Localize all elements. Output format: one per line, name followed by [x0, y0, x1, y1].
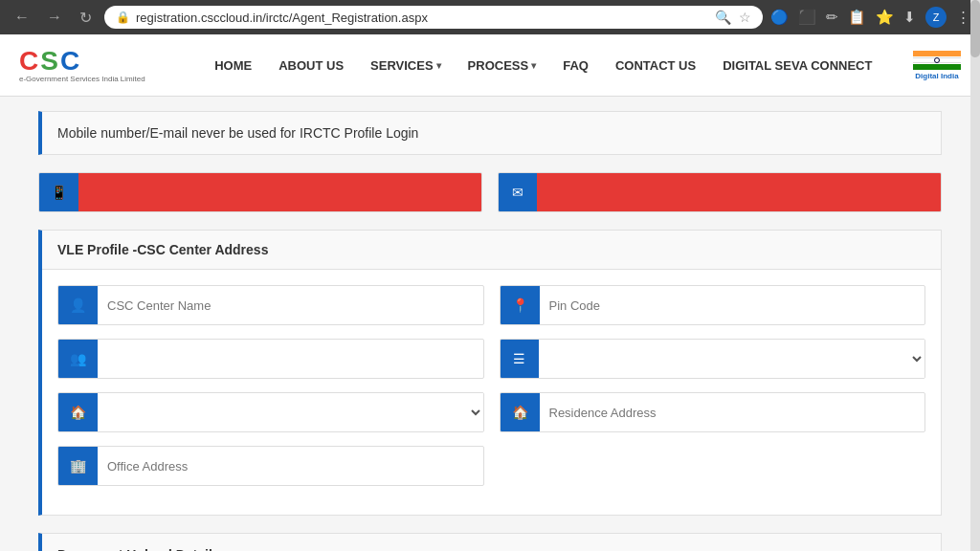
row-csc-pin: 👤 📍	[57, 285, 925, 325]
logo-text: CSC	[19, 48, 81, 75]
vle-section-title: VLE Profile -CSC Center Address	[42, 231, 941, 270]
row-office: 🏢	[57, 446, 925, 486]
forward-button[interactable]: →	[42, 7, 67, 28]
office-address-input[interactable]	[98, 452, 483, 481]
home-icon-1: 🏠	[58, 393, 98, 431]
nav-menu: HOME ABOUT US SERVICES ▾ PROCESS ▾ FAQ C…	[174, 37, 913, 94]
document-section-title: Document Upload Details	[57, 547, 220, 551]
residence-address-input[interactable]	[540, 398, 925, 428]
email-icon: ✉	[499, 173, 537, 211]
row-home-residence: 🏠 🏠	[57, 392, 925, 432]
zoom-icon: 🔍	[715, 10, 731, 25]
alert-banner: Mobile number/E-mail never be used for I…	[38, 111, 942, 155]
mobile-input[interactable]	[78, 173, 481, 211]
browser-chrome: ← → ↻ 🔒 registration.csccloud.in/irctc/A…	[0, 0, 980, 34]
document-upload-section: Document Upload Details	[38, 533, 942, 551]
pin-code-field[interactable]: 📍	[500, 285, 926, 325]
nav-about-us[interactable]: ABOUT US	[265, 37, 357, 94]
home-icon-2: 🏠	[501, 393, 540, 431]
flag-green-stripe	[913, 64, 961, 70]
extension-icon-2: ⬛	[798, 9, 816, 26]
star-icon[interactable]: ☆	[739, 10, 751, 25]
list-select[interactable]	[539, 340, 925, 378]
logo: CSC e-Government Services India Limited	[19, 48, 145, 83]
vle-profile-section: VLE Profile -CSC Center Address 👤 📍	[38, 230, 942, 516]
nav-digital-seva[interactable]: DIGITAL SEVA CONNECT	[709, 37, 885, 94]
row-group-list: 👥 ☰	[57, 339, 925, 379]
services-dropdown-arrow: ▾	[436, 60, 441, 71]
nav-home[interactable]: HOME	[201, 37, 265, 94]
csc-center-name-input[interactable]	[98, 291, 483, 320]
digital-india-label: Digital India	[915, 72, 958, 80]
url-bar[interactable]: 🔒 registration.csccloud.in/irctc/Agent_R…	[104, 6, 763, 29]
office-address-field[interactable]: 🏢	[57, 446, 484, 486]
residence-address-field[interactable]: 🏠	[500, 392, 926, 432]
office-icon: 🏢	[58, 447, 98, 485]
digital-india-logo: Digital India	[913, 51, 961, 80]
mobile-email-row: 📱 ✉	[38, 172, 942, 212]
group-field[interactable]: 👥	[57, 339, 484, 379]
csc-center-name-field[interactable]: 👤	[57, 285, 484, 325]
mobile-icon: 📱	[39, 173, 78, 211]
nav-process[interactable]: PROCESS ▾	[455, 37, 550, 94]
logo-cc: C	[60, 46, 81, 76]
flag-white-stripe	[913, 57, 961, 63]
logo-subtext: e-Government Services India Limited	[19, 75, 145, 83]
url-text: registration.csccloud.in/irctc/Agent_Reg…	[136, 11, 428, 25]
logo-c: C	[19, 46, 40, 76]
home-select[interactable]	[98, 393, 483, 431]
extension-icon-1: 🔵	[770, 9, 789, 26]
vle-section-body: 👤 📍 👥	[42, 270, 941, 515]
navbar: CSC e-Government Services India Limited …	[0, 34, 980, 97]
group-icon: 👥	[58, 340, 98, 378]
flag-orange-stripe	[913, 51, 961, 56]
location-icon: 📍	[501, 286, 540, 324]
lock-icon: 🔒	[116, 11, 130, 24]
list-icon: ☰	[501, 340, 539, 378]
home-select-field[interactable]: 🏠	[57, 392, 484, 432]
process-dropdown-arrow: ▾	[531, 60, 536, 71]
back-button[interactable]: ←	[10, 7, 34, 28]
scrollbar-thumb[interactable]	[970, 0, 980, 57]
extension-icon-3: ✏	[826, 9, 838, 26]
pin-code-input[interactable]	[540, 291, 925, 320]
ashoka-wheel-small	[934, 57, 940, 63]
group-input[interactable]	[98, 344, 483, 374]
mobile-field[interactable]: 📱	[38, 172, 482, 212]
extension-icon-4: 📋	[848, 9, 866, 26]
logo-s: S	[40, 46, 60, 76]
profile-icon[interactable]: Z	[925, 7, 947, 28]
menu-icon[interactable]: ⋮	[956, 9, 970, 26]
email-input[interactable]	[537, 173, 941, 211]
scrollbar[interactable]	[970, 0, 980, 551]
browser-action-icons: 🔵 ⬛ ✏ 📋 ⭐ ⬇ Z ⋮	[770, 7, 970, 28]
email-field[interactable]: ✉	[498, 172, 942, 212]
nav-contact-us[interactable]: CONTACT US	[602, 37, 709, 94]
download-icon[interactable]: ⬇	[903, 9, 916, 26]
person-icon: 👤	[58, 286, 98, 324]
nav-services[interactable]: SERVICES ▾	[357, 37, 455, 94]
list-select-field[interactable]: ☰	[500, 339, 926, 379]
page-content: INDIA सत्यमेव जयते Mobile number/E-mail …	[0, 97, 980, 551]
refresh-button[interactable]: ↻	[75, 7, 97, 29]
bookmark-icon[interactable]: ⭐	[876, 9, 894, 26]
alert-message: Mobile number/E-mail never be used for I…	[57, 125, 418, 141]
nav-faq[interactable]: FAQ	[549, 37, 602, 94]
